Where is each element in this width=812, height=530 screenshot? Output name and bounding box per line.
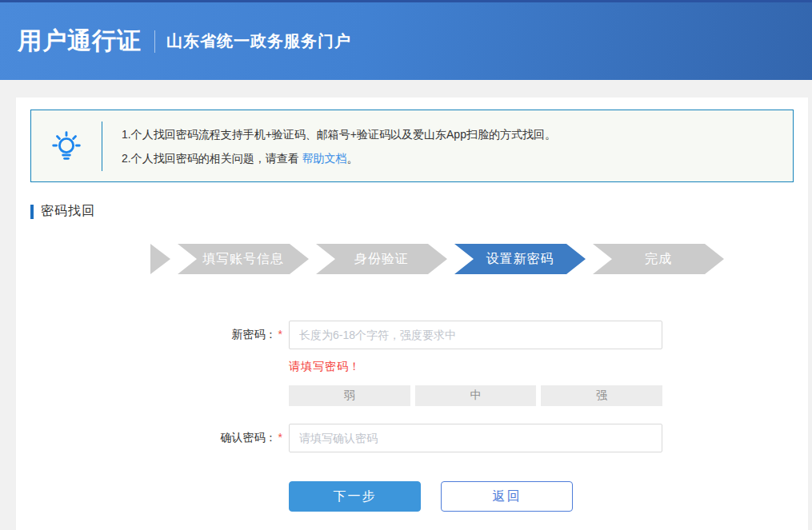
form-buttons: 下一步 返回 — [289, 481, 794, 512]
notice-line-1: 1.个人找回密码流程支持手机+验证码、邮箱号+验证码以及爱山东App扫脸的方式找… — [122, 122, 556, 146]
page-header: 用户通行证 山东省统一政务服务门户 — [0, 0, 812, 80]
password-form: 新密码：* 请填写密码！ 弱 中 强 确认密码：* 下一步 返回 — [30, 321, 794, 512]
step-complete: 完成 — [593, 244, 724, 274]
step-fill-account-info: 填写账号信息 — [178, 244, 309, 274]
new-password-field-wrap — [289, 321, 662, 349]
lightbulb-icon — [31, 128, 102, 165]
confirm-password-field-wrap — [289, 424, 662, 452]
step-label: 填写账号信息 — [202, 251, 284, 268]
section-title-label: 密码找回 — [41, 203, 95, 220]
notice-line-2-prefix: 2.个人找回密码的相关问题，请查看 — [122, 152, 302, 165]
new-password-row: 新密码：* — [194, 321, 794, 349]
section-title: 密码找回 — [30, 203, 794, 220]
confirm-password-label: 确认密码：* — [194, 431, 282, 445]
notice-line-2-suffix: 。 — [347, 152, 358, 165]
next-step-button[interactable]: 下一步 — [289, 481, 421, 512]
strength-medium: 中 — [415, 385, 537, 406]
notice-line-2: 2.个人找回密码的相关问题，请查看 帮助文档。 — [122, 146, 556, 170]
step-label: 身份验证 — [354, 251, 409, 268]
strength-strong: 强 — [541, 385, 662, 406]
title-divider — [154, 30, 155, 53]
notice-box: 1.个人找回密码流程支持手机+验证码、邮箱号+验证码以及爱山东App扫脸的方式找… — [30, 110, 794, 182]
page-subtitle: 山东省统一政务服务门户 — [166, 30, 351, 52]
back-button[interactable]: 返回 — [441, 481, 573, 512]
new-password-input[interactable] — [289, 321, 662, 349]
help-doc-link[interactable]: 帮助文档 — [302, 152, 347, 165]
password-error-message: 请填写密码！ — [289, 360, 794, 374]
step-identity-verification: 身份验证 — [316, 244, 447, 274]
password-strength-meter: 弱 中 强 — [289, 385, 662, 406]
page-title: 用户通行证 — [18, 25, 142, 58]
new-password-label: 新密码：* — [194, 328, 282, 342]
required-asterisk: * — [278, 328, 282, 341]
step-set-new-password: 设置新密码 — [454, 244, 586, 274]
step-lead-arrow — [150, 244, 170, 274]
step-label: 设置新密码 — [486, 251, 554, 268]
step-indicator: 填写账号信息 身份验证 设置新密码 完成 — [150, 244, 794, 274]
confirm-password-row: 确认密码：* — [194, 424, 794, 452]
confirm-password-input[interactable] — [289, 424, 662, 452]
strength-weak: 弱 — [289, 385, 410, 406]
step-label: 完成 — [645, 251, 672, 268]
content-card: 1.个人找回密码流程支持手机+验证码、邮箱号+验证码以及爱山东App扫脸的方式找… — [16, 98, 808, 530]
section-title-bar — [30, 205, 34, 219]
required-asterisk: * — [278, 431, 282, 444]
notice-text: 1.个人找回密码流程支持手机+验证码、邮箱号+验证码以及爱山东App扫脸的方式找… — [102, 122, 556, 170]
